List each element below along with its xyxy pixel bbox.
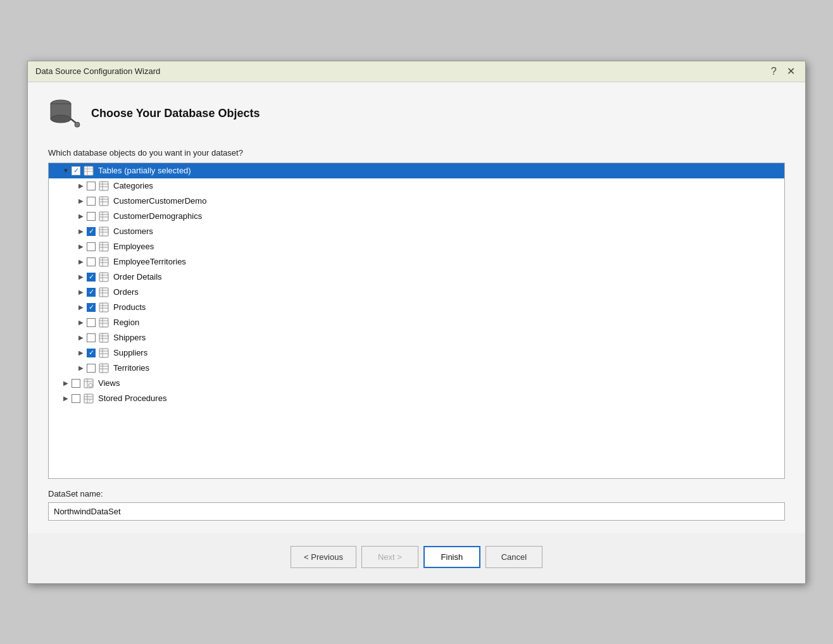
et-label: EmployeeTerritories [113, 257, 186, 266]
svg-rect-5 [84, 166, 93, 175]
help-button[interactable]: ? [768, 66, 779, 77]
employees-label: Employees [113, 242, 154, 251]
dataset-name-input[interactable] [48, 502, 785, 521]
orders-expand[interactable]: ▶ [77, 288, 85, 297]
sp-label: Stored Procedures [98, 393, 166, 403]
svg-rect-41 [99, 303, 108, 312]
header-section: Choose Your Database Objects [48, 97, 785, 130]
orders-label: Orders [113, 287, 139, 297]
tree-views-row[interactable]: ▶ Views [49, 376, 784, 391]
cancel-button[interactable]: Cancel [485, 546, 542, 568]
next-button[interactable]: Next > [361, 546, 418, 568]
tree-item-orders[interactable]: ▶ ✓ Orders [49, 285, 784, 300]
region-label: Region [113, 318, 139, 327]
tree-item-employeeTerritories[interactable]: ▶ EmployeeTerritories [49, 254, 784, 269]
region-expand[interactable]: ▶ [77, 318, 85, 327]
close-button[interactable]: ✕ [784, 66, 798, 77]
categories-icon [98, 180, 110, 192]
cd-icon [98, 211, 110, 222]
svg-rect-21 [99, 227, 108, 236]
tree-item-region[interactable]: ▶ Region [49, 315, 784, 330]
orders-checkbox[interactable]: ✓ [87, 288, 96, 297]
tables-expand-arrow[interactable]: ▼ [61, 166, 70, 175]
svg-rect-9 [99, 182, 108, 190]
od-checkbox[interactable]: ✓ [87, 273, 96, 282]
suppliers-expand[interactable]: ▶ [77, 349, 85, 357]
tree-item-customers[interactable]: ▶ ✓ Customers [49, 224, 784, 239]
employees-icon [98, 241, 110, 252]
shippers-checkbox[interactable] [87, 333, 96, 342]
products-checkbox[interactable]: ✓ [87, 303, 96, 312]
header-title: Choose Your Database Objects [91, 107, 260, 120]
od-label: Order Details [113, 272, 162, 282]
cd-expand[interactable]: ▶ [77, 212, 85, 221]
territories-expand[interactable]: ▶ [77, 364, 85, 373]
ccd-icon [98, 195, 110, 207]
cd-checkbox[interactable] [87, 212, 96, 221]
tree-tables-row[interactable]: ▼ ✓ Tables (partially selected) [49, 163, 784, 178]
ccd-checkbox[interactable] [87, 197, 96, 206]
products-label: Products [113, 302, 146, 312]
tree-item-suppliers[interactable]: ▶ ✓ Suppliers [49, 345, 784, 361]
tables-label: Tables (partially selected) [98, 166, 191, 175]
customers-checkbox[interactable]: ✓ [87, 227, 96, 236]
svg-point-2 [51, 115, 71, 123]
sp-expand-arrow[interactable]: ▶ [61, 394, 70, 403]
svg-point-4 [75, 122, 80, 127]
employees-checkbox[interactable] [87, 242, 96, 251]
finish-button[interactable]: Finish [423, 546, 480, 568]
categories-label: Categories [113, 181, 153, 190]
shippers-expand[interactable]: ▶ [77, 333, 85, 342]
od-icon [98, 271, 110, 283]
dataset-section: DataSet name: [48, 489, 785, 521]
categories-checkbox[interactable] [87, 182, 96, 190]
tree-item-orderDetails[interactable]: ▶ ✓ Order Details [49, 269, 784, 285]
tree-item-customerCustomerDemo[interactable]: ▶ CustomerCustomerDemo [49, 194, 784, 209]
tree-container[interactable]: ▼ ✓ Tables (partially selected) ▶ [48, 163, 785, 479]
et-icon [98, 256, 110, 268]
tree-item-products[interactable]: ▶ ✓ Products [49, 300, 784, 315]
views-expand-arrow[interactable]: ▶ [61, 379, 70, 388]
ccd-expand[interactable]: ▶ [77, 197, 85, 206]
svg-rect-53 [99, 349, 108, 357]
et-checkbox[interactable] [87, 257, 96, 266]
previous-button[interactable]: < Previous [291, 546, 356, 568]
dataset-label: DataSet name: [48, 489, 785, 498]
shippers-icon [98, 332, 110, 344]
tree-item-categories[interactable]: ▶ Categories [49, 178, 784, 194]
suppliers-icon [98, 347, 110, 359]
region-checkbox[interactable] [87, 318, 96, 327]
svg-rect-65 [84, 394, 93, 403]
sp-checkbox[interactable] [72, 394, 80, 403]
svg-rect-37 [99, 288, 108, 297]
ccd-label: CustomerCustomerDemo [113, 196, 206, 206]
products-expand[interactable]: ▶ [77, 303, 85, 312]
database-icon [48, 97, 81, 130]
tree-item-employees[interactable]: ▶ Employees [49, 239, 784, 254]
button-row: < Previous Next > Finish Cancel [28, 533, 805, 583]
title-bar: Data Source Configuration Wizard ? ✕ [28, 61, 805, 82]
employees-expand[interactable]: ▶ [77, 242, 85, 251]
svg-rect-57 [99, 364, 108, 373]
tables-checkbox[interactable]: ✓ [72, 166, 80, 175]
territories-checkbox[interactable] [87, 364, 96, 373]
territories-icon [98, 362, 110, 374]
svg-rect-13 [99, 197, 108, 206]
shippers-label: Shippers [113, 333, 146, 342]
customers-expand[interactable]: ▶ [77, 227, 85, 236]
views-checkbox[interactable] [72, 379, 80, 388]
suppliers-label: Suppliers [113, 348, 147, 357]
tree-item-shippers[interactable]: ▶ Shippers [49, 330, 784, 345]
tree-item-territories[interactable]: ▶ Territories [49, 361, 784, 376]
categories-expand[interactable]: ▶ [77, 182, 85, 190]
suppliers-checkbox[interactable]: ✓ [87, 349, 96, 357]
svg-rect-17 [99, 212, 108, 221]
customers-label: Customers [113, 226, 153, 236]
cd-label: CustomerDemographics [113, 211, 202, 221]
et-expand[interactable]: ▶ [77, 257, 85, 266]
svg-rect-29 [99, 257, 108, 266]
tree-item-customerDemographics[interactable]: ▶ CustomerDemographics [49, 209, 784, 224]
tree-sp-row[interactable]: ▶ f Stored Procedures [49, 391, 784, 406]
od-expand[interactable]: ▶ [77, 273, 85, 282]
territories-label: Territories [113, 363, 149, 373]
